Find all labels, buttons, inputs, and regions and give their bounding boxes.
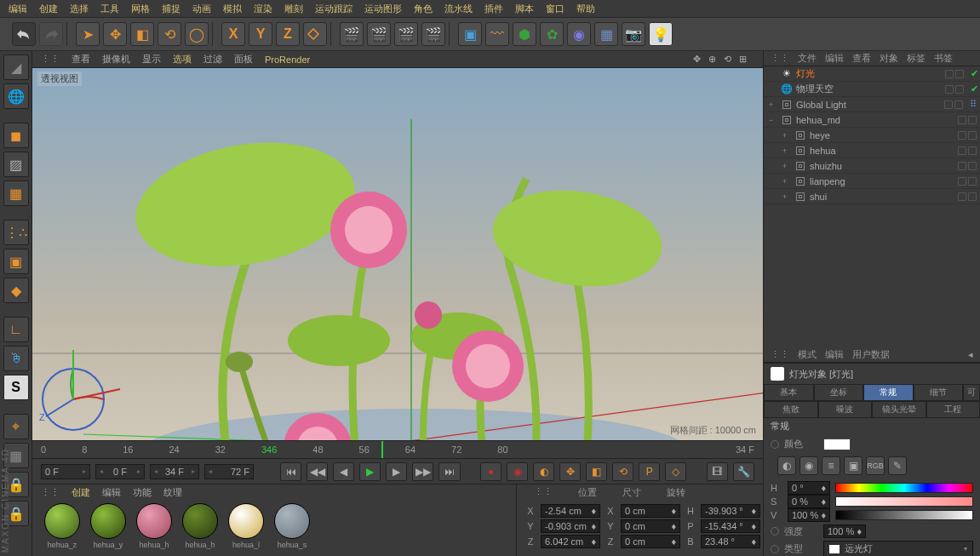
attr-tab[interactable]: 模式 [798, 348, 817, 361]
edge-mode-button[interactable]: ▣ [3, 249, 29, 274]
coord-field[interactable]: 0 cm♦ [621, 504, 680, 518]
material-preview[interactable] [136, 503, 172, 539]
mat-tab[interactable]: 编辑 [102, 486, 121, 499]
texture-mode-button[interactable]: ▨ [3, 152, 29, 177]
attr-subtab[interactable]: 基本 [764, 384, 814, 401]
vis-toggle[interactable] [945, 85, 954, 94]
menu-item[interactable]: 网格 [131, 3, 150, 15]
vis-toggle[interactable] [944, 100, 953, 109]
material-preview[interactable] [228, 503, 264, 539]
menu-item[interactable]: 角色 [414, 3, 433, 15]
grip-icon[interactable]: ⋮⋮ [41, 54, 60, 65]
om-tab[interactable]: 标签 [907, 52, 926, 65]
material-preview[interactable] [44, 503, 80, 539]
undo-button[interactable] [12, 22, 36, 46]
next-frame-button[interactable]: ▶ [386, 462, 407, 481]
view-menu-item[interactable]: 显示 [142, 53, 161, 66]
vis-toggle[interactable] [958, 162, 966, 170]
play-button[interactable]: ▶ [359, 462, 381, 481]
menu-item[interactable]: 流水线 [444, 3, 473, 15]
attr-subtab[interactable]: 焦散 [764, 401, 818, 418]
record-button[interactable]: ● [480, 462, 501, 481]
range-start-field[interactable]: 0 F▸ [41, 464, 90, 479]
render-toggle[interactable] [955, 70, 964, 78]
coord-field[interactable]: 23.48 °♦ [701, 535, 760, 548]
menu-item[interactable]: 选择 [70, 3, 89, 15]
menu-item[interactable]: 创建 [39, 3, 58, 15]
expand-toggle[interactable]: + [769, 100, 777, 109]
mat-tab[interactable]: 功能 [133, 486, 152, 499]
color-wheel-button[interactable]: ◉ [799, 456, 818, 475]
sound-button[interactable]: 🔧 [733, 462, 754, 481]
attr-subtab[interactable]: 可 [963, 384, 980, 401]
last-tool[interactable]: ◯ [185, 22, 209, 46]
intensity-field[interactable]: 100 %♦ [823, 524, 866, 538]
tree-item-label[interactable]: heye [810, 130, 954, 140]
coord-system[interactable] [303, 22, 327, 46]
go-end-button[interactable]: ⏭ [438, 462, 460, 481]
menu-item[interactable]: 脚本 [515, 3, 534, 15]
om-tab[interactable]: 文件 [798, 52, 817, 65]
snap-button[interactable]: ⌖ [3, 414, 29, 439]
hsv-field[interactable]: 0 °♦ [788, 481, 830, 495]
range-end-field[interactable]: ◂72 F [204, 464, 254, 479]
render-view-button[interactable]: 🎬 [340, 22, 364, 46]
current-frame-field[interactable]: ◂34 F▸ [150, 464, 199, 479]
viewport-solo-button[interactable]: S [3, 375, 29, 400]
color-swatch[interactable] [823, 438, 851, 450]
animation-layout-button[interactable]: 🎞 [707, 462, 728, 481]
grip-icon[interactable]: ⋮⋮ [534, 486, 553, 499]
vis-toggle[interactable] [958, 116, 966, 124]
om-tab[interactable]: 对象 [880, 52, 898, 65]
expand-toggle[interactable]: + [782, 162, 791, 170]
attr-subtab[interactable]: 坐标 [814, 384, 864, 401]
y-axis-lock[interactable]: Y [249, 22, 272, 46]
param-key-button[interactable]: P [639, 462, 660, 481]
light-type-dropdown[interactable]: 远光灯▾ [823, 541, 973, 556]
tree-item-label[interactable]: lianpeng [810, 176, 954, 186]
scale-tool[interactable]: ◧ [130, 22, 154, 46]
rotate-tool[interactable]: ⟲ [158, 22, 181, 46]
pla-key-button[interactable]: ◇ [665, 462, 686, 481]
radio-icon[interactable] [771, 527, 779, 536]
view-menu-item[interactable]: 面板 [234, 53, 253, 66]
render-region-button[interactable]: 🎬 [367, 22, 391, 46]
prev-key-button[interactable]: ◀◀ [307, 462, 328, 481]
nav-icon[interactable]: ⊞ [739, 54, 751, 66]
redo-button[interactable] [39, 22, 63, 46]
object-mode-button[interactable]: ◼ [3, 123, 29, 148]
render-settings-button[interactable]: 🎬 [394, 22, 418, 46]
hsv-slider[interactable] [835, 496, 973, 507]
tree-item-label[interactable]: 物理天空 [796, 83, 942, 95]
render-toggle[interactable] [968, 146, 977, 155]
color-mode-button[interactable]: ◐ [777, 456, 796, 475]
menu-item[interactable]: 捕捉 [162, 3, 181, 15]
tree-item-label[interactable]: shuizhu [810, 161, 954, 171]
menu-item[interactable]: 编辑 [9, 3, 27, 15]
material-preview[interactable] [274, 503, 310, 539]
coord-field[interactable]: 0 cm♦ [621, 519, 680, 533]
mat-tab[interactable]: 创建 [72, 486, 90, 499]
hsv-field[interactable]: 0 %♦ [788, 495, 830, 508]
workplane-button[interactable]: ▦ [3, 181, 29, 206]
next-key-button[interactable]: ▶▶ [412, 462, 433, 481]
attr-subtab[interactable]: 细节 [914, 384, 964, 401]
grip-icon[interactable]: ⋮⋮ [771, 53, 789, 64]
make-editable-button[interactable]: ◢ [3, 54, 29, 80]
hsv-slider[interactable] [835, 483, 973, 493]
tree-item-label[interactable]: 灯光 [796, 67, 942, 80]
material-preview[interactable] [182, 503, 218, 539]
render-toggle[interactable] [954, 100, 963, 109]
tree-item-label[interactable]: hehua_md [796, 115, 954, 125]
add-light-button[interactable]: 💡 [649, 22, 673, 46]
expand-toggle[interactable]: − [769, 116, 777, 124]
live-select-tool[interactable]: ➤ [76, 22, 100, 46]
attr-subtab[interactable]: 工程 [926, 401, 981, 418]
view-menu-item[interactable]: 查看 [72, 53, 90, 66]
render-toggle[interactable] [968, 131, 977, 140]
expand-toggle[interactable]: + [782, 177, 791, 186]
polygon-mode-button[interactable]: ◆ [3, 278, 29, 303]
z-axis-lock[interactable]: Z [276, 22, 300, 46]
tag-icon[interactable]: ⠿ [970, 99, 977, 110]
menu-item[interactable]: 运动跟踪 [315, 3, 352, 15]
